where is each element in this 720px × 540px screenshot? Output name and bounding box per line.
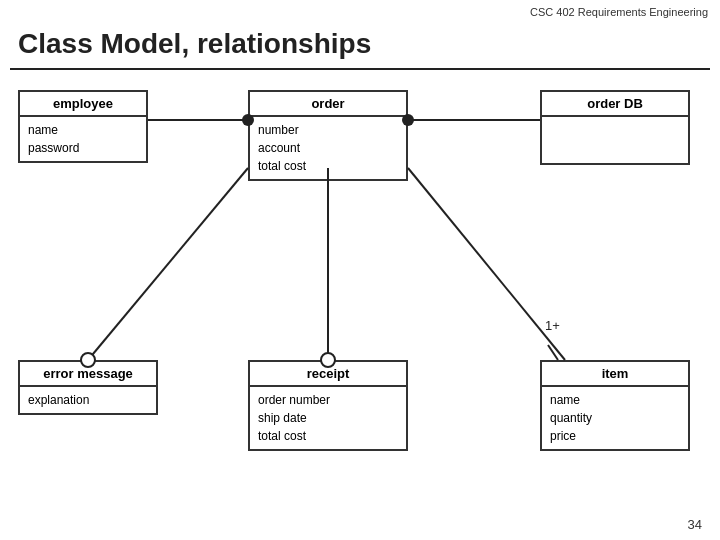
order-box-header: order — [250, 92, 406, 117]
svg-line-6 — [88, 168, 248, 360]
receipt-attr-shipdate: ship date — [258, 409, 398, 427]
page-number: 34 — [688, 517, 702, 532]
receipt-attr-ordernumber: order number — [258, 391, 398, 409]
employee-box: employee name password — [18, 90, 148, 163]
order-attr-number: number — [258, 121, 398, 139]
title-divider — [10, 68, 710, 70]
error-message-box-body: explanation — [20, 387, 156, 413]
item-attr-quantity: quantity — [550, 409, 680, 427]
employee-box-header: employee — [20, 92, 146, 117]
order-box: order number account total cost — [248, 90, 408, 181]
svg-line-9 — [548, 345, 558, 360]
receipt-box: receipt order number ship date total cos… — [248, 360, 408, 451]
order-attr-account: account — [258, 139, 398, 157]
employee-box-body: name password — [20, 117, 146, 161]
page-title: Class Model, relationships — [18, 28, 371, 60]
employee-attr-password: password — [28, 139, 138, 157]
item-attr-name: name — [550, 391, 680, 409]
orderdb-box: order DB — [540, 90, 690, 165]
diagram-svg — [0, 0, 720, 540]
item-attr-price: price — [550, 427, 680, 445]
receipt-box-header: receipt — [250, 362, 406, 387]
employee-attr-name: name — [28, 121, 138, 139]
error-message-box: error message explanation — [18, 360, 158, 415]
item-box-body: name quantity price — [542, 387, 688, 449]
item-box-header: item — [542, 362, 688, 387]
receipt-box-body: order number ship date total cost — [250, 387, 406, 449]
error-attr-explanation: explanation — [28, 391, 148, 409]
receipt-attr-totalcost: total cost — [258, 427, 398, 445]
svg-line-8 — [408, 168, 565, 360]
order-box-body: number account total cost — [250, 117, 406, 179]
error-message-box-header: error message — [20, 362, 156, 387]
item-box: item name quantity price — [540, 360, 690, 451]
multiplicity-label: 1+ — [545, 318, 560, 333]
order-attr-totalcost: total cost — [258, 157, 398, 175]
course-header: CSC 402 Requirements Engineering — [530, 6, 708, 18]
orderdb-box-body — [542, 117, 688, 163]
orderdb-box-header: order DB — [542, 92, 688, 117]
